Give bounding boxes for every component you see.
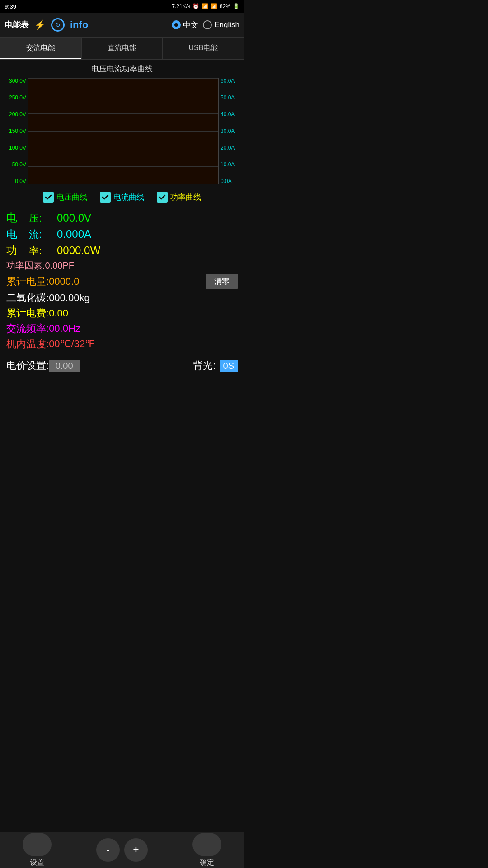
cum-energy-value: 0000.0 xyxy=(49,276,79,288)
radio-zh-icon xyxy=(172,20,181,29)
voltage-checkbox[interactable] xyxy=(43,192,54,203)
chart-title: 电压电流功率曲线 xyxy=(0,64,244,74)
refresh-icon-symbol: ↻ xyxy=(55,21,61,28)
cum-energy-row: 累计电量: 0000.0 清零 xyxy=(6,274,238,289)
current-label2: 流: xyxy=(29,228,57,241)
toolbar: 电能表 ⚡ ↻ info 中文 English xyxy=(0,13,244,38)
current-label1: 电 xyxy=(6,227,29,241)
chart-legend: 电压曲线 电流曲线 功率曲线 xyxy=(0,187,244,205)
co2-row: 二氧化碳: 000.00kg xyxy=(6,291,238,305)
chart-left-label-2: 200.0V xyxy=(9,111,26,118)
lang-zh-option[interactable]: 中文 xyxy=(172,20,198,30)
legend-voltage-label: 电压曲线 xyxy=(56,192,87,203)
status-time: 9:39 xyxy=(5,3,16,10)
lang-en-label: English xyxy=(214,20,239,29)
chart-section: 电压电流功率曲线 300.0V 250.0V 200.0V 150.0V 100… xyxy=(0,60,244,187)
cum-cost-label: 累计电费: xyxy=(6,307,49,320)
price-input[interactable] xyxy=(49,360,80,372)
chart-canvas xyxy=(28,78,219,184)
status-battery: 82% xyxy=(220,3,230,9)
voltage-value: 000.0V xyxy=(57,212,91,224)
tab-dc-power[interactable]: 直流电能 xyxy=(81,38,163,59)
legend-power[interactable]: 功率曲线 xyxy=(157,192,201,203)
temp-label: 机内温度: xyxy=(6,337,49,351)
chart-right-label-6: 0.0A xyxy=(221,178,232,184)
clear-button[interactable]: 清零 xyxy=(206,274,238,289)
power-factor-row: 功率因素: 0.00PF xyxy=(6,259,238,272)
legend-current-label: 电流曲线 xyxy=(113,192,144,203)
cum-energy-label: 累计电量: xyxy=(6,275,49,288)
app-title: 电能表 xyxy=(5,19,29,30)
chart-left-label-3: 150.0V xyxy=(9,128,26,134)
co2-value: 000.00kg xyxy=(49,292,90,304)
voltage-row: 电 压: 000.0V xyxy=(6,211,238,225)
price-label: 电价设置: xyxy=(6,359,49,373)
status-wifi-icon: 📶 xyxy=(211,3,217,9)
chart-left-label-0: 300.0V xyxy=(9,78,26,84)
status-signal-icon: 📶 xyxy=(202,3,208,9)
temp-row: 机内温度: 00℃/32℉ xyxy=(6,337,238,351)
power-value: 0000.0W xyxy=(57,244,100,257)
lang-en-option[interactable]: English xyxy=(203,20,239,29)
ac-freq-value: 00.0Hz xyxy=(49,323,80,335)
status-right: 7.21K/s ⏰ 📶 📶 82% 🔋 xyxy=(172,3,239,9)
ac-freq-label: 交流频率: xyxy=(6,322,49,335)
temp-value: 00℃/32℉ xyxy=(49,338,94,350)
tab-usb-power[interactable]: USB电能 xyxy=(163,38,244,59)
price-backlight-row: 电价设置: 背光: 0S xyxy=(0,356,244,375)
chart-right-label-3: 30.0A xyxy=(221,128,235,134)
info-button[interactable]: info xyxy=(70,19,88,31)
cum-cost-value: 0.00 xyxy=(49,307,68,319)
data-section: 电 压: 000.0V 电 流: 0.000A 功 率: 0000.0W 功率因… xyxy=(0,205,244,356)
co2-label: 二氧化碳: xyxy=(6,291,49,305)
voltage-label2: 压: xyxy=(29,212,57,225)
refresh-button[interactable]: ↻ xyxy=(51,18,65,32)
bluetooth-icon[interactable]: ⚡ xyxy=(34,19,46,30)
legend-voltage[interactable]: 电压曲线 xyxy=(43,192,87,203)
chart-right-label-2: 40.0A xyxy=(221,111,235,118)
language-group: 中文 English xyxy=(172,20,239,30)
legend-power-label: 功率曲线 xyxy=(170,192,201,203)
status-speed: 7.21K/s xyxy=(172,3,190,9)
chart-left-labels: 300.0V 250.0V 200.0V 150.0V 100.0V 50.0V… xyxy=(5,77,28,185)
power-label2: 率: xyxy=(29,244,57,258)
current-checkbox[interactable] xyxy=(100,192,111,203)
power-factor-value: 0.00PF xyxy=(45,260,74,271)
lang-zh-label: 中文 xyxy=(183,20,198,30)
chart-right-label-1: 50.0A xyxy=(221,94,235,101)
chart-right-label-4: 20.0A xyxy=(221,145,235,151)
chart-left-label-4: 100.0V xyxy=(9,145,26,151)
radio-en-icon xyxy=(203,20,212,29)
tab-ac-power[interactable]: 交流电能 xyxy=(0,38,81,59)
ac-freq-row: 交流频率: 00.0Hz xyxy=(6,322,238,335)
voltage-label1: 电 xyxy=(6,211,29,225)
current-value: 0.000A xyxy=(57,228,91,241)
chart-left-label-6: 0.0V xyxy=(15,178,26,184)
status-alarm-icon: ⏰ xyxy=(192,3,199,9)
chart-container: 300.0V 250.0V 200.0V 150.0V 100.0V 50.0V… xyxy=(5,77,239,185)
tab-bar: 交流电能 直流电能 USB电能 xyxy=(0,38,244,60)
chart-right-label-5: 10.0A xyxy=(221,161,235,168)
backlight-value: 0S xyxy=(220,360,238,372)
status-bar: 9:39 7.21K/s ⏰ 📶 📶 82% 🔋 xyxy=(0,0,244,13)
current-row: 电 流: 0.000A xyxy=(6,227,238,241)
backlight-label: 背光: xyxy=(193,359,216,373)
cum-cost-row: 累计电费: 0.00 xyxy=(6,307,238,320)
power-row: 功 率: 0000.0W xyxy=(6,243,238,258)
chart-right-labels: 60.0A 50.0A 40.0A 30.0A 20.0A 10.0A 0.0A xyxy=(219,77,239,185)
chart-left-label-1: 250.0V xyxy=(9,94,26,101)
legend-current[interactable]: 电流曲线 xyxy=(100,192,144,203)
power-factor-label: 功率因素: xyxy=(6,259,45,272)
power-label1: 功 xyxy=(6,243,29,258)
chart-right-label-0: 60.0A xyxy=(221,78,235,84)
status-battery-icon: 🔋 xyxy=(233,3,239,9)
chart-left-label-5: 50.0V xyxy=(12,161,26,168)
power-checkbox[interactable] xyxy=(157,192,168,203)
